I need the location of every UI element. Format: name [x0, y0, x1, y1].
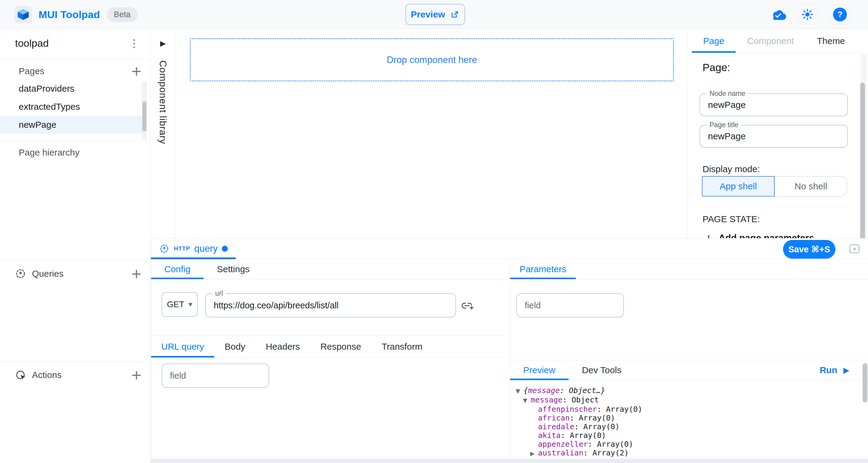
json-tree-row: affenpinscher: Array(0) — [513, 405, 859, 413]
pages-section-label: Pages — [0, 66, 44, 76]
inspector-tab[interactable]: Page — [692, 29, 736, 53]
help-icon: ? — [833, 7, 847, 22]
url-field: url — [205, 293, 456, 317]
json-value: Array(0) — [569, 431, 606, 440]
queries-section-label: Queries — [27, 269, 64, 279]
json-value: Array(0) — [584, 422, 620, 431]
divider — [703, 206, 846, 207]
request-tab[interactable]: Headers — [255, 336, 310, 358]
add-page-button[interactable]: + — [131, 64, 142, 78]
inspector-scrollbar[interactable] — [861, 54, 867, 238]
parameters-tab[interactable]: Parameters — [510, 259, 576, 279]
save-button[interactable]: Save ⌘+S — [783, 240, 835, 259]
sidebar-scrollbar-thumb[interactable] — [142, 101, 147, 131]
json-colon: : — [597, 405, 606, 413]
result-tab[interactable]: Preview — [510, 360, 569, 380]
theme-toggle-button[interactable] — [797, 4, 818, 25]
sidebar-page-item[interactable]: dataProviders — [0, 80, 142, 98]
run-button[interactable]: Run ▶ — [820, 360, 849, 380]
chevron-down-icon: ▼ — [188, 302, 192, 307]
query-type-label: HTTP — [174, 245, 190, 252]
page-item-label: dataProviders — [19, 84, 74, 94]
beta-badge: Beta — [107, 7, 138, 22]
json-tree-row: african: Array(0) — [513, 413, 859, 422]
display-mode-label: Display mode: — [703, 164, 760, 174]
add-query-button[interactable]: + — [131, 267, 142, 280]
plus-icon: + — [704, 232, 713, 239]
inspector-tabs: PageComponentTheme — [687, 29, 868, 53]
json-colon: : — [584, 449, 592, 457]
json-colon: : — [562, 396, 571, 404]
external-link-icon — [450, 10, 460, 19]
json-key: akita — [538, 431, 561, 440]
json-key: message — [531, 396, 562, 404]
expand-arrow-icon: ▶ — [160, 39, 165, 48]
json-value: Object…} — [569, 386, 605, 395]
project-menu-icon[interactable]: ⋮ — [129, 37, 140, 50]
close-icon[interactable]: × — [849, 244, 859, 253]
url-query-field — [161, 364, 269, 388]
add-link-icon[interactable] — [461, 298, 475, 313]
page-item-label: extractedTypes — [19, 101, 80, 112]
request-tab[interactable]: Response — [310, 336, 371, 358]
unsaved-dot-icon — [222, 246, 228, 252]
page-state-label: PAGE STATE: — [703, 214, 760, 224]
actions-section-label: Actions — [27, 370, 61, 380]
display-mode-option[interactable]: No shell — [775, 176, 847, 196]
result-tab[interactable]: Dev Tools — [569, 360, 635, 380]
display-mode-option[interactable]: App shell — [702, 176, 775, 196]
json-key: affenpinscher — [538, 405, 597, 413]
logo-group: MUI Toolpad Beta — [14, 0, 138, 29]
horizontal-scrollbar-track[interactable] — [151, 459, 868, 463]
add-page-parameters-button[interactable]: + Add page parameters — [704, 230, 814, 238]
display-mode-toggle: App shellNo shell — [702, 176, 847, 196]
drop-zone-hint: Drop component here — [387, 55, 477, 65]
sidebar-page-item[interactable]: newPage — [0, 116, 142, 134]
drop-zone[interactable]: Drop component here — [190, 38, 674, 82]
preview-button[interactable]: Preview — [405, 4, 465, 25]
json-value: Array(0) — [597, 440, 633, 449]
request-tab[interactable]: Body — [214, 336, 255, 358]
query-tab[interactable]: HTTP query — [151, 239, 236, 259]
tree-toggle-icon[interactable]: ▼ — [516, 387, 524, 396]
json-key: airedale — [538, 422, 574, 431]
cloud-done-icon — [770, 7, 786, 22]
page-hierarchy-header[interactable]: Page hierarchy — [0, 144, 150, 161]
url-query-field-input[interactable] — [170, 364, 260, 387]
sidebar-page-item[interactable]: extractedTypes — [0, 98, 142, 116]
help-button[interactable]: ? — [830, 4, 850, 25]
json-value: Array(2) — [592, 449, 629, 457]
inspector-scrollbar-thumb[interactable] — [860, 83, 865, 238]
json-brace: { — [524, 386, 528, 395]
json-colon: : — [588, 440, 597, 449]
http-method-select[interactable]: GET ▼ — [161, 292, 198, 317]
json-key: african — [538, 413, 569, 422]
parameters-field-input[interactable] — [525, 294, 615, 317]
result-tabs: PreviewDev Tools — [510, 360, 868, 380]
sidebar-scrollbar[interactable] — [142, 81, 147, 140]
url-input[interactable] — [214, 294, 449, 317]
inspector-tab[interactable]: Theme — [805, 29, 856, 53]
tree-toggle-icon[interactable]: ▶ — [530, 449, 538, 458]
component-library-panel[interactable]: ▶ Component library — [151, 29, 176, 238]
query-tab-row: HTTP query Save ⌘+S × — [151, 239, 868, 259]
tree-toggle-icon[interactable]: ▼ — [523, 396, 531, 405]
preview-button-label: Preview — [411, 9, 445, 20]
config-tab[interactable]: Settings — [204, 259, 263, 279]
app-title: MUI Toolpad — [38, 9, 100, 21]
add-action-button[interactable]: + — [131, 368, 142, 381]
divider — [0, 260, 150, 261]
result-scrollbar-thumb[interactable] — [863, 363, 867, 402]
inspector-panel: PageComponentTheme Page: Node name Page … — [687, 29, 868, 238]
config-tab[interactable]: Config — [151, 259, 204, 279]
json-tree-row: akita: Array(0) — [513, 431, 859, 440]
node-name-input[interactable] — [708, 94, 841, 116]
page-title-input[interactable] — [708, 125, 841, 147]
request-tab[interactable]: Transform — [371, 336, 433, 358]
run-button-label: Run — [820, 365, 837, 375]
query-editor-panel: HTTP query Save ⌘+S × ConfigSettings GET… — [151, 238, 868, 463]
json-key: message — [528, 386, 560, 395]
node-name-field: Node name — [700, 93, 848, 116]
request-tab[interactable]: URL query — [151, 336, 214, 358]
inspector-tab[interactable]: Component — [736, 29, 805, 53]
